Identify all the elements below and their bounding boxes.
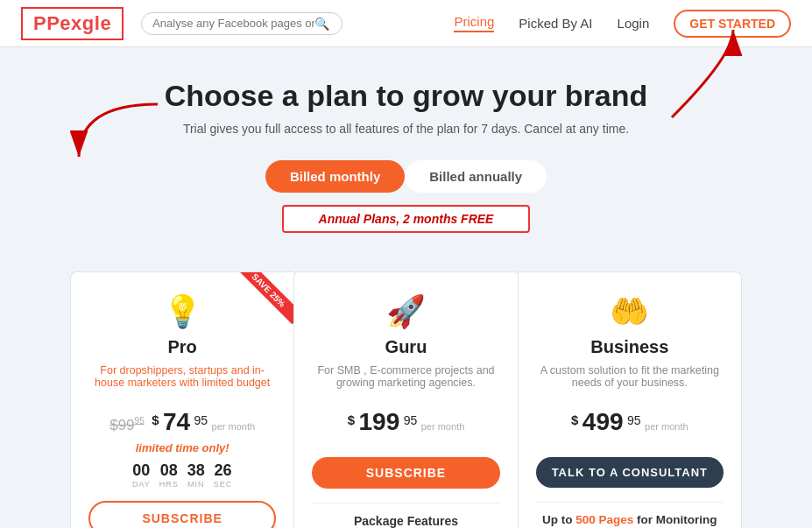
guru-per-month: per month [421,421,465,432]
pro-cents: 95 [194,413,208,427]
billing-annually-btn[interactable]: Billed annually [405,160,547,193]
arrow-right [654,21,768,130]
countdown-min: 38 MIN [187,461,205,489]
pro-limited: limited time only! [88,441,276,454]
pricing-cards: SAVE 25% 💡 Pro For dropshippers, startup… [18,271,794,528]
pro-old-price: $9995 [109,417,145,433]
business-cents: 95 [627,413,641,427]
pro-price: $9995 $ 74 95 per month [88,408,276,436]
countdown-sec-label: SEC [214,480,233,489]
countdown-day-num: 00 [132,461,151,480]
pro-title: Pro [88,337,276,357]
countdown-min-label: MIN [187,480,205,489]
consult-btn[interactable]: TALK TO A CONSULTANT [536,457,724,488]
countdown-hrs-num: 08 [159,461,179,480]
guru-title: Guru [312,337,499,357]
pro-subscribe-btn[interactable]: SUBSCRIBE [88,501,276,528]
guru-features: Package Features ✓ Up to 500 Stores for … [312,503,499,528]
business-dollar: $ [571,412,578,427]
nav-link-login[interactable]: Login [618,16,650,31]
business-plan-card: 🤲 Business A custom solution to fit the … [518,271,742,528]
business-icon: 🤲 [536,293,724,330]
countdown-hrs-label: HRS [159,480,179,489]
save-badge: SAVE 25% [232,272,293,334]
nav-link-pricing[interactable]: Pricing [454,14,494,32]
pro-countdown: 00 DAY 08 HRS 38 MIN 26 SEC [88,461,276,489]
countdown-day: 00 DAY [132,461,151,489]
pro-desc: For dropshippers, startups and in-house … [88,364,276,396]
logo[interactable]: PPexgle [21,7,124,40]
guru-amount: 199 [359,408,400,435]
business-desc: A custom solution to fit the marketing n… [536,364,724,396]
countdown-day-label: DAY [132,480,151,489]
search-input[interactable] [152,17,314,30]
pro-per-month: per month [212,421,256,432]
guru-plan-card: 🚀 Guru For SMB , E-commerce projects and… [293,271,517,528]
arrow-left [53,95,166,178]
countdown-sec-num: 26 [214,461,233,480]
countdown-hrs: 08 HRS [159,461,179,489]
countdown-min-num: 38 [187,461,205,480]
business-price: $ 499 95 per month [536,408,724,436]
guru-subscribe-btn[interactable]: SUBSCRIBE [312,457,499,489]
pro-dollar: $ [152,412,159,427]
business-amount: 499 [583,408,624,435]
guru-cents: 95 [404,413,418,427]
pro-plan-card: SAVE 25% 💡 Pro For dropshippers, startup… [70,271,293,528]
billing-monthly-btn[interactable]: Billed monthly [265,160,405,193]
guru-icon: 🚀 [312,293,499,330]
search-icon: 🔍 [314,17,329,31]
features-title: Package Features [312,514,499,528]
guru-desc: For SMB , E-commerce projects and growin… [312,364,499,396]
hero-section: Choose a plan to grow your brand Trial g… [0,47,812,528]
monitoring-title: Up to 500 Pages for Monitoring [536,513,724,526]
annual-banner: Annual Plans, 2 months FREE [282,205,531,233]
guru-dollar: $ [348,412,355,427]
guru-price: $ 199 95 per month [312,408,499,436]
nav-link-picked-by-ai[interactable]: Picked By AI [519,16,592,31]
search-box[interactable]: 🔍 [141,12,342,35]
business-title: Business [536,337,724,357]
business-monitoring: Up to 500 Pages for Monitoring What can … [536,502,724,528]
countdown-sec: 26 SEC [214,461,233,489]
pro-new-price: 74 [163,408,190,435]
business-per-month: per month [645,421,688,432]
